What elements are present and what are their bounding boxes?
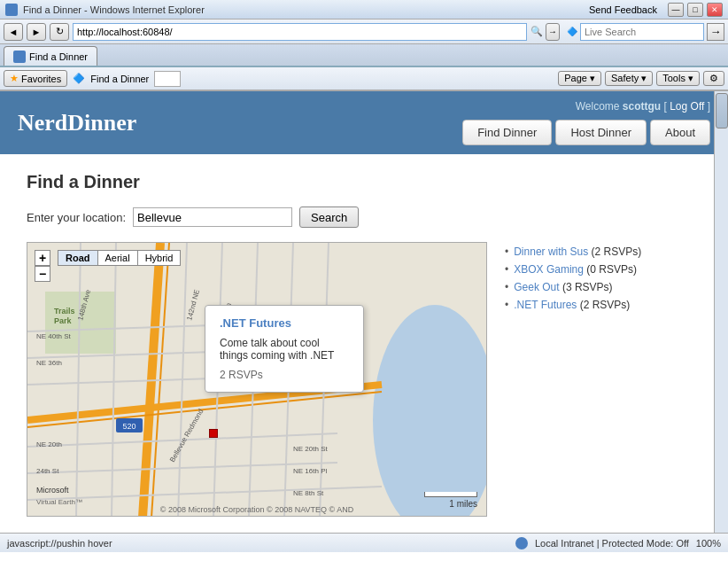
close-button[interactable]: ✕	[707, 3, 723, 17]
page-wrapper: NerdDinner Welcome scottgu [ Log Off ] F…	[0, 91, 728, 533]
tools-menu[interactable]: Tools ▾	[656, 71, 700, 86]
svg-text:NE 16th Pl: NE 16th Pl	[293, 467, 327, 475]
result-link-1[interactable]: XBOX Gaming	[514, 263, 584, 276]
bullet-icon: •	[505, 299, 508, 311]
bullet-icon: •	[505, 281, 508, 293]
popup-title-link[interactable]: .NET Futures	[220, 316, 349, 330]
map-scale-bar	[424, 492, 477, 497]
list-item: • Dinner with Sus (2 RSVPs)	[505, 245, 701, 258]
list-item: • Geek Out (3 RSVPs)	[505, 281, 701, 293]
favorites-label: Favorites	[21, 74, 61, 84]
toolbar-right: Page ▾ Safety ▾ Tools ▾ ⚙	[558, 71, 724, 86]
list-item: • XBOX Gaming (0 RSVPs)	[505, 263, 701, 276]
location-form: Enter your location: Search	[27, 206, 701, 228]
address-bar[interactable]	[73, 23, 527, 41]
results-list: • Dinner with Sus (2 RSVPs) • XBOX Gamin…	[505, 242, 701, 316]
result-link-0[interactable]: Dinner with Sus	[514, 245, 588, 258]
result-link-2[interactable]: Geek Out	[514, 281, 559, 293]
result-link-3[interactable]: .NET Futures	[514, 299, 577, 311]
svg-text:NE 36th: NE 36th	[36, 359, 62, 367]
map-marker	[209, 429, 218, 438]
bullet-icon: •	[505, 245, 508, 258]
status-left: javascript://pushin hover	[7, 538, 112, 549]
result-count-0: (2 RSVPs)	[592, 245, 642, 258]
map-type-road[interactable]: Road	[58, 250, 97, 266]
browser-search-go[interactable]: →	[707, 23, 724, 41]
zoom-out-button[interactable]: −	[35, 266, 50, 282]
site-title: NerdDinner	[18, 110, 136, 136]
tab-label: Find a Dinner	[29, 51, 88, 62]
nav-bar: ◄ ► ↻ 🔍 → 🔷 →	[0, 19, 728, 44]
map-copyright: © 2008 Microsoft Corporation © 2008 NAVT…	[160, 505, 353, 514]
host-dinner-nav[interactable]: Host Dinner	[555, 120, 647, 145]
status-icon	[515, 537, 528, 549]
map-type-aerial[interactable]: Aerial	[97, 250, 137, 266]
back-button[interactable]: ◄	[4, 23, 23, 41]
result-count-1: (0 RSVPs)	[586, 263, 637, 276]
thumbnail-box	[154, 71, 181, 87]
browser-search-input[interactable]	[580, 23, 704, 41]
go-button[interactable]: →	[546, 23, 560, 41]
svg-text:24th St: 24th St	[36, 467, 59, 475]
list-item: • .NET Futures (2 RSVPs)	[505, 299, 701, 311]
location-input[interactable]	[133, 207, 292, 227]
popup-description: Come talk about cool things coming with …	[220, 337, 349, 362]
welcome-text: Welcome scottgu [ Log Off ]	[462, 100, 710, 113]
scrollbar-thumb[interactable]	[716, 93, 728, 129]
result-count-2: (3 RSVPs)	[562, 281, 613, 293]
nav-buttons: Find Dinner Host Dinner About	[462, 120, 710, 145]
username: scottgu	[623, 100, 661, 113]
status-right: Local Intranet | Protected Mode: Off 100…	[515, 537, 721, 549]
welcome-label: Welcome	[576, 100, 620, 113]
maximize-button[interactable]: □	[687, 3, 703, 17]
svg-text:Trails: Trails	[54, 307, 75, 316]
map-scale: 1 miles	[424, 492, 477, 509]
toolbar-tab-label: Find a Dinner	[90, 74, 149, 84]
bullet-icon: •	[505, 263, 508, 276]
svg-text:520: 520	[122, 422, 136, 431]
scrollbar[interactable]	[714, 91, 728, 533]
location-label: Enter your location:	[27, 211, 126, 224]
map-type-hybrid[interactable]: Hybrid	[137, 250, 182, 266]
popup-rsvps: 2 RSVPs	[220, 369, 349, 381]
page-heading: Find a Dinner	[27, 172, 701, 192]
header-right: Welcome scottgu [ Log Off ] Find Dinner …	[462, 100, 710, 145]
forward-button[interactable]: ►	[27, 23, 46, 41]
svg-text:Park: Park	[54, 316, 73, 325]
svg-text:Virtual Earth™: Virtual Earth™	[36, 498, 82, 506]
map-controls: + −	[35, 250, 50, 282]
map-scale-label: 1 miles	[449, 499, 477, 509]
map-type-bar: Road Aerial Hybrid	[58, 250, 181, 266]
status-bar: javascript://pushin hover Local Intranet…	[0, 533, 728, 552]
refresh-button[interactable]: ↻	[50, 23, 69, 41]
ie-icon	[5, 4, 18, 16]
svg-text:NE 40th St: NE 40th St	[36, 332, 71, 340]
settings-btn[interactable]: ⚙	[703, 71, 724, 86]
svg-text:NE 8th St: NE 8th St	[293, 489, 324, 497]
map-popup: .NET Futures Come talk about cool things…	[205, 305, 364, 393]
result-count-3: (2 RSVPs)	[580, 299, 631, 311]
window-title: Find a Dinner - Windows Internet Explore…	[23, 4, 205, 15]
minimize-button[interactable]: —	[668, 3, 684, 17]
log-off-link[interactable]: Log Off	[670, 100, 704, 113]
tab-icon-toolbar: 🔷	[73, 73, 85, 84]
find-dinner-nav[interactable]: Find Dinner	[462, 120, 552, 145]
send-feedback-link[interactable]: Send Feedback	[589, 4, 657, 15]
search-button[interactable]: Search	[299, 206, 359, 228]
safety-menu[interactable]: Safety ▾	[605, 71, 653, 86]
active-tab[interactable]: Find a Dinner	[4, 46, 97, 66]
map-area[interactable]: + − Road Aerial Hybrid	[27, 242, 487, 517]
about-nav[interactable]: About	[650, 120, 710, 145]
tabs-bar: Find a Dinner	[0, 44, 728, 67]
svg-text:NE 20th: NE 20th	[36, 440, 62, 448]
main-content: Find a Dinner Enter your location: Searc…	[0, 154, 728, 533]
zoom-in-button[interactable]: +	[35, 250, 50, 266]
site-header: NerdDinner Welcome scottgu [ Log Off ] F…	[0, 91, 728, 154]
title-bar: Find a Dinner - Windows Internet Explore…	[0, 0, 728, 19]
map-results-container: + − Road Aerial Hybrid	[27, 242, 701, 517]
favorites-button[interactable]: ★ Favorites	[4, 70, 67, 87]
toolbar-bar: ★ Favorites 🔷 Find a Dinner Page ▾ Safet…	[0, 67, 728, 90]
svg-text:NE 20th St: NE 20th St	[293, 445, 328, 453]
svg-text:Microsoft: Microsoft	[36, 486, 69, 495]
page-menu[interactable]: Page ▾	[558, 71, 601, 86]
